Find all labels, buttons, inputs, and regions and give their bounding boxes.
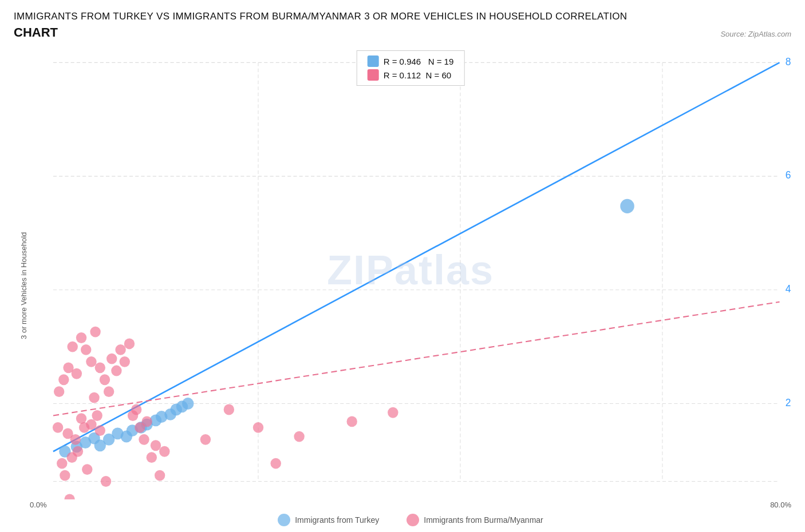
svg-point-31 — [620, 199, 634, 213]
svg-point-37 — [70, 434, 81, 445]
legend-box: R = 0.946 N = 19 R = 0.112 N = 60 — [357, 50, 465, 86]
svg-point-45 — [95, 425, 105, 436]
chart-area: 3 or more Vehicles in Household R = 0.94… — [14, 45, 791, 526]
svg-point-59 — [151, 440, 161, 451]
svg-point-32 — [53, 422, 63, 433]
svg-point-78 — [76, 332, 86, 343]
svg-point-62 — [200, 434, 211, 445]
svg-point-52 — [124, 339, 135, 350]
svg-point-80 — [86, 356, 96, 367]
bottom-legend-turkey: Immigrants from Turkey — [278, 514, 379, 526]
svg-point-74 — [58, 374, 69, 385]
svg-point-51 — [120, 356, 130, 367]
svg-point-63 — [224, 404, 234, 415]
x-label-end: 80.0% — [770, 501, 791, 509]
svg-point-61 — [159, 446, 169, 457]
svg-point-54 — [131, 404, 141, 415]
svg-point-38 — [73, 446, 83, 457]
y-axis-label: 3 or more Vehicles in Household — [14, 45, 30, 526]
bottom-legend-burma: Immigrants from Burma/Myanmar — [407, 514, 543, 526]
page-container: IMMIGRANTS FROM TURKEY VS IMMIGRANTS FRO… — [0, 0, 805, 532]
chart-label: CHART — [14, 25, 58, 40]
svg-point-57 — [141, 416, 152, 427]
svg-point-43 — [89, 392, 99, 403]
svg-text:20.0%: 20.0% — [786, 397, 791, 408]
bottom-label-burma: Immigrants from Burma/Myanmar — [424, 515, 543, 525]
svg-point-67 — [346, 416, 357, 427]
legend-row-turkey: R = 0.946 N = 19 — [368, 55, 454, 67]
svg-point-44 — [92, 410, 102, 421]
svg-point-58 — [147, 452, 157, 463]
svg-point-69 — [64, 494, 74, 499]
svg-point-77 — [72, 368, 82, 379]
chart-inner: R = 0.946 N = 19 R = 0.112 N = 60 ZIPatl… — [30, 45, 791, 526]
svg-point-79 — [81, 344, 91, 355]
svg-point-72 — [101, 476, 111, 487]
svg-point-76 — [67, 342, 77, 352]
bottom-swatch-turkey — [278, 514, 290, 526]
legend-r-burma: R = 0.112 N = 60 — [384, 70, 451, 80]
x-label-start: 0.0% — [30, 501, 47, 509]
svg-point-42 — [86, 419, 96, 430]
svg-point-65 — [270, 458, 281, 469]
svg-point-82 — [95, 362, 105, 373]
bottom-label-turkey: Immigrants from Turkey — [295, 515, 379, 525]
svg-point-50 — [115, 344, 125, 355]
svg-text:40.0%: 40.0% — [786, 283, 791, 295]
svg-point-47 — [104, 386, 114, 397]
x-axis-labels: 0.0% 80.0% — [30, 501, 791, 509]
bottom-swatch-burma — [407, 514, 419, 526]
svg-point-68 — [388, 407, 398, 418]
source-text: Source: ZipAtlas.com — [720, 30, 791, 38]
svg-point-30 — [182, 398, 194, 410]
svg-point-46 — [100, 374, 110, 385]
svg-point-41 — [82, 464, 92, 475]
svg-point-49 — [111, 366, 121, 376]
svg-text:80.0%: 80.0% — [786, 55, 791, 67]
legend-swatch-burma — [368, 69, 379, 81]
svg-point-56 — [139, 434, 149, 445]
legend-row-burma: R = 0.112 N = 60 — [368, 69, 454, 81]
scatter-chart: 80.0% 60.0% 40.0% 20.0% — [30, 45, 791, 499]
svg-point-73 — [54, 386, 64, 397]
svg-container: R = 0.946 N = 19 R = 0.112 N = 60 ZIPatl… — [30, 45, 791, 499]
svg-line-12 — [53, 62, 780, 451]
svg-point-64 — [253, 422, 263, 433]
svg-point-33 — [57, 458, 67, 469]
svg-text:60.0%: 60.0% — [786, 169, 791, 181]
svg-point-34 — [60, 470, 70, 481]
legend-swatch-turkey — [368, 55, 379, 67]
svg-point-66 — [294, 431, 304, 442]
svg-point-81 — [90, 327, 100, 338]
bottom-legend: Immigrants from Turkey Immigrants from B… — [30, 514, 791, 526]
svg-line-13 — [53, 302, 780, 416]
svg-point-60 — [155, 470, 165, 481]
main-title: IMMIGRANTS FROM TURKEY VS IMMIGRANTS FRO… — [14, 10, 791, 23]
svg-point-48 — [106, 354, 117, 364]
legend-r-turkey: R = 0.946 N = 19 — [384, 57, 454, 66]
